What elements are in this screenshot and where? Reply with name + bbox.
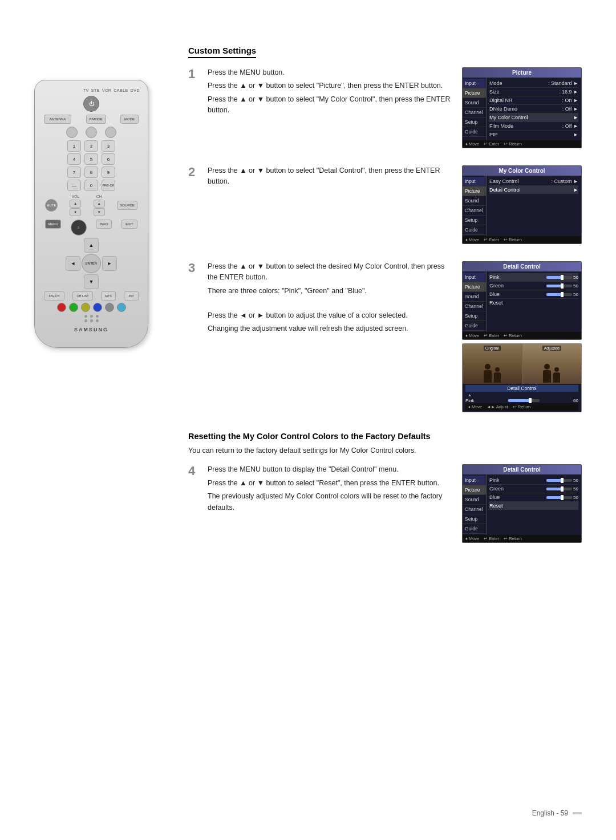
red-color-button[interactable] [57, 303, 66, 312]
vol-down-button[interactable]: ▼ [70, 208, 81, 216]
mute-button[interactable]: MUTE [45, 199, 58, 212]
sidebar2-input[interactable]: Input [463, 177, 486, 186]
num-5-button[interactable]: 5 [84, 153, 98, 165]
nav-down-button[interactable]: ▼ [84, 274, 99, 289]
tv-panel-3-stack: Detail Control Input Picture Sound Chann… [462, 261, 582, 416]
sidebar-sound[interactable]: Sound [463, 98, 486, 108]
num-8-button[interactable]: 8 [84, 167, 98, 178]
gray-color-button[interactable] [105, 303, 114, 312]
tv-panel4-footer: ♦ Move↵ Enter↩ Return [463, 535, 581, 542]
sidebar4-guide[interactable]: Guide [463, 524, 486, 534]
num-2-button[interactable]: 2 [84, 140, 98, 152]
samsung-button[interactable]: S [71, 220, 87, 236]
custom-settings-section: Custom Settings 1 Press the MENU button.… [188, 46, 582, 416]
exit-button[interactable]: EXIT [121, 220, 137, 229]
menu2-easy-control: Easy Control: Custom ► [489, 177, 578, 186]
sidebar-input[interactable]: Input [463, 79, 486, 88]
nav-right-button[interactable]: ► [102, 256, 117, 271]
enter-button[interactable]: ENTER [82, 254, 101, 273]
sidebar-guide[interactable]: Guide [463, 127, 486, 137]
tv-panel2-sidebar: Input Picture Sound Channel Setup Guide [463, 176, 487, 236]
sidebar3-sound[interactable]: Sound [463, 292, 486, 302]
footer-text: English - 59 [532, 809, 568, 817]
antenna-button[interactable]: ANTENNA [44, 115, 71, 124]
content-area: Custom Settings 1 Press the MENU button.… [188, 34, 582, 806]
lightblue-color-button[interactable] [117, 303, 126, 312]
num-dash-button[interactable]: — [67, 180, 81, 191]
step-4-row: 4 Press the MENU button to display the "… [188, 464, 582, 546]
menu3-reset: Reset [489, 299, 578, 307]
sidebar3-setup[interactable]: Setup [463, 311, 486, 321]
sidebar4-channel[interactable]: Channel [463, 505, 486, 514]
pmode-button[interactable]: P.MODE [86, 115, 106, 124]
pre-ch-button[interactable]: PRE-CH [102, 180, 115, 191]
menu-row-size: Size: 16:9 ► [489, 88, 578, 96]
person-2-body [494, 372, 501, 383]
fav-ch-button[interactable]: FAV.CH [44, 291, 64, 301]
num-1-button[interactable]: 1 [67, 140, 81, 152]
sidebar4-picture[interactable]: Picture [463, 485, 486, 495]
num-3-button[interactable]: 3 [102, 140, 115, 152]
cable-source-label: CABLE [114, 88, 128, 92]
sidebar-channel[interactable]: Channel [463, 108, 486, 117]
mts-button[interactable]: MTS [101, 291, 116, 301]
btn-round-mid[interactable] [86, 127, 97, 138]
sidebar3-input[interactable]: Input [463, 273, 486, 282]
sidebar3-guide[interactable]: Guide [463, 321, 486, 331]
yellow-color-button[interactable] [81, 303, 90, 312]
ch-up-button[interactable]: ▲ [94, 200, 105, 208]
step-4-para-2: Press the ▲ or ▼ button to select "Reset… [208, 478, 454, 489]
menu-button[interactable]: MENU [45, 220, 61, 229]
num-9-button[interactable]: 9 [102, 167, 115, 178]
btn-round-left[interactable] [66, 127, 78, 138]
sidebar2-guide[interactable]: Guide [463, 225, 486, 235]
tv-panel3-title: Detail Control [463, 262, 581, 271]
sidebar3-channel[interactable]: Channel [463, 302, 486, 311]
num-6-button[interactable]: 6 [102, 153, 115, 165]
sidebar4-setup[interactable]: Setup [463, 514, 486, 524]
step-3-row: 3 Press the ▲ or ▼ button to select the … [188, 261, 582, 416]
sidebar2-picture[interactable]: Picture [463, 186, 486, 196]
sidebar2-sound[interactable]: Sound [463, 196, 486, 206]
sidebar4-sound[interactable]: Sound [463, 495, 486, 505]
power-button[interactable]: ⏻ [83, 96, 99, 112]
source-button[interactable]: SOURCE [117, 201, 137, 210]
nav-left-button[interactable]: ◄ [66, 256, 80, 271]
nav-up-button[interactable]: ▲ [84, 238, 99, 253]
num-7-button[interactable]: 7 [67, 167, 81, 178]
sidebar2-setup[interactable]: Setup [463, 216, 486, 225]
step-1-para-3: Press the ▲ or ▼ button to select "My Co… [208, 94, 454, 116]
dvd-source-label: DVD [131, 88, 140, 92]
ch-list-button[interactable]: CH LIST [72, 291, 93, 301]
menu-row-film: Film Mode: Off ► [489, 122, 578, 131]
person-3-head [544, 364, 550, 370]
btn-round-right[interactable] [105, 127, 116, 138]
person-3 [543, 364, 551, 383]
reset-section: Resetting the My Color Control Colors to… [188, 432, 582, 546]
blue-color-button[interactable] [93, 303, 102, 312]
sidebar-setup[interactable]: Setup [463, 117, 486, 127]
info-button[interactable]: INFO [96, 220, 112, 229]
vol-up-button[interactable]: ▲ [70, 200, 81, 208]
tv-panel4-title: Detail Control [463, 465, 581, 474]
sidebar2-channel[interactable]: Channel [463, 206, 486, 216]
tv-panel4-sidebar: Input Picture Sound Channel Setup Guide [463, 474, 487, 535]
num-0-button[interactable]: 0 [84, 180, 98, 191]
step-4-para-3: The previously adjusted My Color Control… [208, 491, 454, 513]
mode-button[interactable]: MODE [120, 115, 139, 124]
ch-down-button[interactable]: ▼ [94, 208, 105, 216]
step-2-number: 2 [188, 165, 200, 179]
sidebar4-input[interactable]: Input [463, 476, 486, 485]
sidebar3-picture[interactable]: Picture [463, 282, 486, 292]
adjusted-label: Adjusted [542, 346, 561, 351]
pip-button[interactable]: PIP [124, 291, 139, 301]
num-4-button[interactable]: 4 [67, 153, 81, 165]
menu3-pink: Pink 50 [489, 273, 578, 282]
adjusted-screen: Adjusted [522, 344, 582, 384]
sidebar-picture[interactable]: Picture [463, 88, 486, 98]
step-3-para-1: Press the ▲ or ▼ button to select the de… [208, 261, 454, 283]
tv-panel1-footer: ♦ Move↵ Enter↩ Return [463, 140, 581, 148]
green-color-button[interactable] [69, 303, 78, 312]
step-2-para-1: Press the ▲ or ▼ button to select "Detai… [208, 165, 454, 188]
person-1 [484, 364, 492, 383]
